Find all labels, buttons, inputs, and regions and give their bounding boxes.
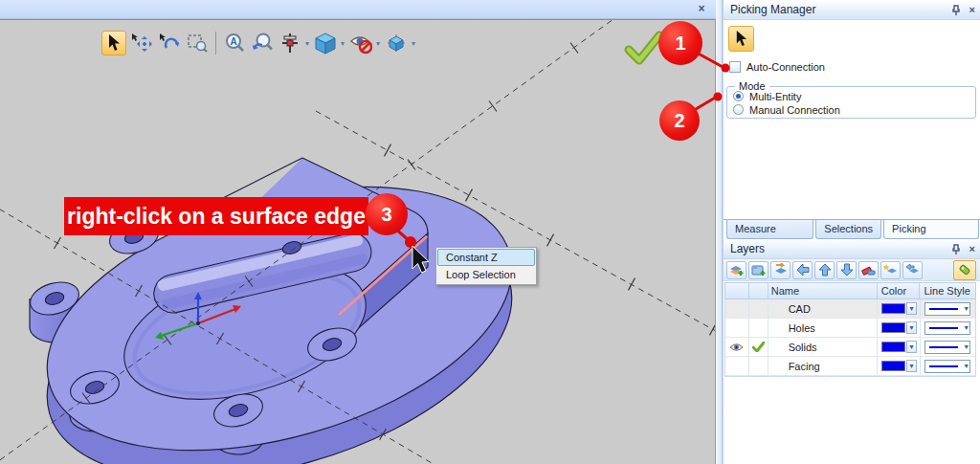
color-tag-button[interactable]	[953, 260, 976, 280]
confirm-check-icon[interactable]	[629, 35, 659, 60]
layers-table-body: CAD▼▼Holes▼▼Solids▼▼Facing▼▼	[724, 299, 976, 377]
mode-option-multi-entity[interactable]: Multi-Entity	[733, 90, 801, 102]
active-cell[interactable]	[749, 338, 768, 356]
assign-layer-button[interactable]	[770, 261, 791, 279]
app-window: ×	[0, 0, 980, 464]
radio-unselected-icon[interactable]	[733, 104, 744, 115]
color-dropdown-icon[interactable]: ▼	[906, 360, 917, 372]
pin-icon[interactable]	[951, 5, 961, 16]
line-style-dropdown-icon[interactable]: ▼	[963, 324, 969, 331]
layer-color-cell[interactable]: ▼	[878, 357, 921, 375]
active-check-icon[interactable]	[752, 342, 765, 352]
color-swatch[interactable]	[881, 361, 905, 371]
line-style-combo[interactable]: ▼	[924, 360, 970, 373]
copy-to-layer-button[interactable]	[880, 261, 901, 279]
line-style-dropdown-icon[interactable]: ▼	[963, 305, 969, 312]
col-active	[749, 283, 768, 298]
radio-selected-icon[interactable]	[733, 91, 744, 101]
pick-tool-button[interactable]	[728, 26, 754, 52]
color-swatch[interactable]	[881, 342, 905, 352]
visible-cell[interactable]	[725, 319, 749, 337]
visible-cell[interactable]	[725, 299, 749, 318]
line-style-combo[interactable]: ▼	[924, 321, 970, 335]
visible-cell[interactable]	[725, 357, 749, 375]
layer-row-solids[interactable]: Solids▼▼	[725, 338, 975, 357]
view-cube-dropdown-icon[interactable]: ▾	[341, 39, 345, 48]
layer-linestyle-cell[interactable]: ▼	[921, 299, 976, 318]
hide-dropdown-icon[interactable]: ▾	[376, 39, 380, 48]
merge-layer-button[interactable]	[902, 261, 923, 279]
color-swatch[interactable]	[881, 303, 905, 314]
layer-name: Holes	[768, 319, 878, 337]
color-swatch[interactable]	[881, 322, 905, 333]
move-up-button[interactable]	[814, 261, 835, 279]
line-style-preview	[929, 365, 958, 367]
pan-tool-button[interactable]	[129, 31, 154, 55]
3d-viewport[interactable]: A ▾ ▾	[0, 19, 716, 464]
close-panel-icon[interactable]: ×	[969, 4, 975, 16]
add-layer-button[interactable]	[726, 261, 746, 279]
tab-selections[interactable]: Selections	[815, 220, 881, 239]
layer-color-cell[interactable]: ▼	[878, 299, 921, 318]
auto-connection-label: Auto-Connection	[746, 61, 825, 73]
layer-color-cell[interactable]: ▼	[878, 319, 921, 337]
origin-dropdown-icon[interactable]: ▾	[305, 39, 309, 48]
move-left-button[interactable]	[792, 261, 813, 279]
auto-connection-row: Auto-Connection	[729, 61, 825, 73]
cursor-icon	[734, 31, 748, 47]
zoom-previous-button[interactable]	[250, 31, 275, 55]
select-tool-button[interactable]	[101, 31, 126, 55]
active-cell[interactable]	[749, 299, 768, 318]
hide-entities-button[interactable]	[348, 31, 373, 55]
erase-layer-button[interactable]	[858, 261, 879, 279]
auto-connection-checkbox[interactable]	[729, 61, 741, 73]
line-style-dropdown-icon[interactable]: ▼	[963, 343, 969, 350]
visible-eye-icon[interactable]	[729, 342, 744, 352]
mode-option-manual-connection[interactable]: Manual Connection	[733, 103, 840, 116]
picking-manager-titlebar: Picking Manager ×	[724, 1, 980, 20]
color-dropdown-icon[interactable]: ▼	[906, 341, 917, 353]
active-cell[interactable]	[749, 357, 768, 375]
svg-text:A: A	[230, 36, 236, 47]
color-dropdown-icon[interactable]: ▼	[906, 302, 917, 315]
layers-title: Layers	[730, 242, 765, 255]
layers-table: Name Color Line Style CAD▼▼Holes▼▼Solids…	[724, 282, 976, 377]
move-down-button[interactable]	[836, 261, 857, 279]
line-style-dropdown-icon[interactable]: ▼	[963, 363, 969, 369]
layer-linestyle-cell[interactable]: ▼	[921, 319, 976, 337]
layer-linestyle-cell[interactable]: ▼	[921, 357, 976, 375]
layer-row-facing[interactable]: Facing▼▼	[725, 357, 975, 376]
main-area: ×	[0, 0, 716, 464]
add-layer-group-button[interactable]	[748, 261, 768, 279]
viewport-close-icon[interactable]: ×	[695, 2, 708, 15]
tab-measure-entity[interactable]: Measure Entity	[726, 220, 813, 239]
color-dropdown-icon[interactable]: ▼	[906, 321, 917, 334]
line-style-combo[interactable]: ▼	[924, 341, 970, 354]
col-visible	[725, 283, 749, 298]
visible-cell[interactable]	[725, 338, 749, 356]
line-style-combo[interactable]: ▼	[924, 302, 970, 316]
layer-color-cell[interactable]: ▼	[878, 338, 921, 356]
context-menu-item-loop-selection[interactable]: Loop Selection	[437, 266, 535, 283]
pin-icon[interactable]	[951, 244, 961, 255]
layer-row-holes[interactable]: Holes▼▼	[725, 319, 975, 338]
rotate-tool-button[interactable]	[157, 31, 182, 55]
shaded-cube-dropdown-icon[interactable]: ▾	[412, 39, 415, 48]
origin-tool-button[interactable]	[278, 31, 302, 55]
layer-name: CAD	[768, 299, 878, 318]
picking-manager-title: Picking Manager	[730, 3, 815, 16]
zoom-all-button[interactable]: A	[222, 31, 247, 55]
close-panel-icon[interactable]: ×	[969, 243, 975, 255]
zoom-window-tool-button[interactable]	[185, 31, 210, 55]
annotation-banner: right-click on a surface edge	[64, 197, 368, 235]
layer-row-cad[interactable]: CAD▼▼	[725, 299, 975, 319]
layer-linestyle-cell[interactable]: ▼	[921, 338, 976, 356]
cad-model-canvas[interactable]	[0, 20, 716, 464]
layers-table-header: Name Color Line Style	[724, 282, 976, 299]
shaded-cube-button[interactable]	[384, 31, 409, 55]
context-menu-item-constant-z[interactable]: Constant Z	[437, 249, 535, 266]
tab-picking-manager[interactable]: Picking Manager	[883, 220, 979, 239]
panel-splitter[interactable]	[716, 0, 723, 464]
active-cell[interactable]	[749, 319, 768, 337]
view-cube-button[interactable]	[313, 31, 338, 55]
